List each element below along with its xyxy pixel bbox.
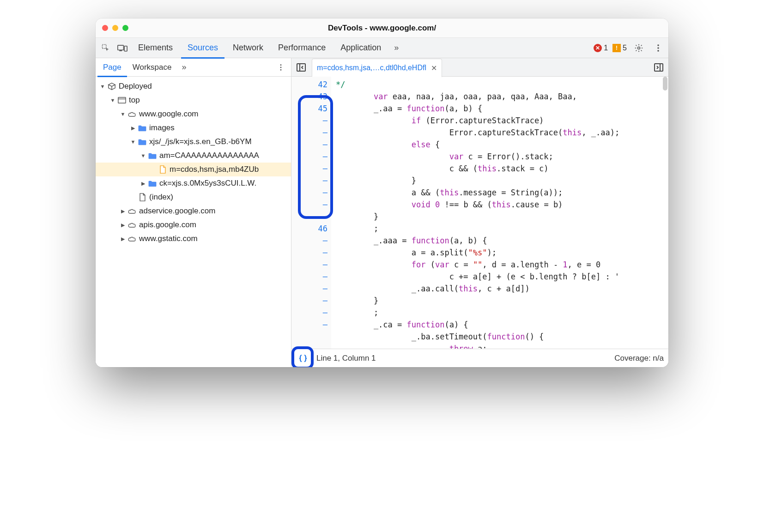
gutter-line[interactable]: – [291,199,327,211]
editor-tab-label: m=cdos,hsm,jsa,…c,dtl0hd,eHDfl [317,64,426,72]
code-line: c += a[e] + (e < b.length ? b[e] : ' [336,271,668,283]
tab-network[interactable]: Network [226,38,270,58]
tree-row[interactable]: ▶images [96,121,291,135]
error-icon: ✕ [594,44,602,52]
code-content[interactable]: */ var eaa, naa, jaa, oaa, paa, qaa, Aaa… [331,77,668,349]
gutter-line[interactable]: – [291,127,327,139]
svg-point-5 [657,44,659,46]
inspect-element-icon[interactable] [98,41,113,55]
toggle-debugger-icon[interactable] [652,60,666,74]
code-line: _.aaa = function(a, b) { [336,235,668,247]
gutter-line[interactable]: 45 [291,103,327,115]
tree-expand-icon[interactable]: ▼ [140,153,146,158]
file-tree[interactable]: ▼Deployed▼top▼www.google.com▶images▼xjs/… [96,77,291,367]
tree-expand-icon[interactable]: ▼ [99,84,106,89]
code-line: void 0 !== b && (this.cause = b) [336,199,668,211]
tree-row[interactable]: ▶www.gstatic.com [96,232,291,246]
error-count[interactable]: ✕ 1 [594,44,608,52]
tab-performance[interactable]: Performance [272,38,332,58]
line-gutter[interactable]: 424345–––––––––46–––––––– [291,77,331,349]
code-line: _.ca = function(a) { [336,319,668,331]
more-tabs-button[interactable]: » [391,43,401,53]
tree-expand-icon[interactable]: ▶ [120,222,126,228]
tree-row[interactable]: ▼xjs/_/js/k=xjs.s.en_GB.-b6YM [96,135,291,149]
tree-expand-icon[interactable]: ▶ [140,181,146,187]
settings-icon[interactable] [631,41,646,55]
gutter-line[interactable]: 43 [291,91,327,103]
gutter-line[interactable]: – [291,271,327,283]
tree-row[interactable]: ▼top [96,93,291,107]
sidebar-more-button[interactable]: » [179,62,189,72]
code-line: throw a; [336,343,668,349]
scrollbar[interactable] [662,77,668,349]
tree-expand-icon[interactable]: ▼ [109,97,116,103]
tree-expand-icon[interactable]: ▶ [130,125,136,131]
tree-row[interactable]: ▶adservice.google.com [96,204,291,218]
folder-icon [137,139,147,145]
tree-label: top [129,96,288,105]
sidebar-tab-workspace[interactable]: Workspace [127,58,177,77]
tree-expand-icon[interactable]: ▶ [120,236,126,242]
gutter-line[interactable]: – [291,259,327,271]
window-icon [117,97,127,104]
gutter-line[interactable]: – [291,163,327,175]
toggle-navigator-icon[interactable] [294,60,308,74]
tree-expand-icon[interactable]: ▶ [120,208,126,214]
tree-label: am=CAAAAAAAAAAAAAAA [159,151,288,160]
tree-label: Deployed [119,82,288,91]
code-editor[interactable]: 424345–––––––––46–––––––– */ var eaa, na… [291,77,668,349]
folder-icon [147,180,158,187]
gutter-line[interactable]: – [291,307,327,319]
warning-icon: ! [612,44,621,52]
close-tab-icon[interactable]: ✕ [431,64,437,73]
folder-icon [137,125,147,132]
cursor-position: Line 1, Column 1 [316,354,376,363]
kebab-menu-icon[interactable] [651,41,666,55]
code-line: */ [336,79,668,91]
code-line: _.aa = function(a, b) { [336,103,668,115]
gutter-line[interactable]: – [291,115,327,127]
tree-row[interactable]: ▼www.google.com [96,107,291,121]
tab-sources[interactable]: Sources [181,38,224,58]
svg-point-10 [280,69,282,70]
cloud-icon [127,208,137,214]
cube-icon [107,82,117,91]
gutter-line[interactable]: – [291,139,327,151]
gutter-line[interactable]: – [291,283,327,295]
svg-rect-11 [118,97,126,103]
tree-row[interactable]: (index) [96,190,291,204]
svg-rect-1 [118,45,124,50]
gutter-line[interactable]: – [291,319,327,331]
code-line: _.ba.setTimeout(function() { [336,331,668,343]
tree-expand-icon[interactable]: ▼ [120,111,126,117]
code-line: } [336,175,668,187]
gutter-line[interactable]: – [291,235,327,247]
gutter-line[interactable]: – [291,211,327,223]
tree-row[interactable]: ▶apis.google.com [96,218,291,232]
gutter-line[interactable]: – [291,151,327,163]
gutter-line[interactable]: – [291,295,327,307]
tab-elements[interactable]: Elements [132,38,179,58]
cloud-icon [127,236,137,242]
sidebar-menu-icon[interactable] [273,64,289,71]
gutter-line[interactable]: – [291,175,327,187]
editor-tab[interactable]: m=cdos,hsm,jsa,…c,dtl0hd,eHDfl ✕ [312,59,442,77]
gutter-line[interactable]: – [291,247,327,259]
code-line: } [336,295,668,307]
sidebar-tab-page[interactable]: Page [97,58,127,77]
tree-row[interactable]: ▶ck=xjs.s.0Mx5ys3sCUI.L.W. [96,176,291,190]
device-toggle-icon[interactable] [115,41,130,55]
warning-count[interactable]: ! 5 [612,44,627,52]
tree-row[interactable]: ▼am=CAAAAAAAAAAAAAAA [96,149,291,163]
gutter-line[interactable]: 42 [291,79,327,91]
tree-row[interactable]: ▼Deployed [96,79,291,93]
tree-row[interactable]: m=cdos,hsm,jsa,mb4ZUb [96,163,291,176]
tab-application[interactable]: Application [334,38,388,58]
tree-expand-icon[interactable]: ▼ [130,139,136,145]
pretty-print-icon[interactable] [296,351,310,365]
gutter-line[interactable]: 46 [291,223,327,235]
svg-rect-3 [124,46,127,51]
navigator-sidebar: PageWorkspace » ▼Deployed▼top▼www.google… [96,58,291,367]
code-line: if (Error.captureStackTrace) [336,115,668,127]
gutter-line[interactable]: – [291,187,327,199]
